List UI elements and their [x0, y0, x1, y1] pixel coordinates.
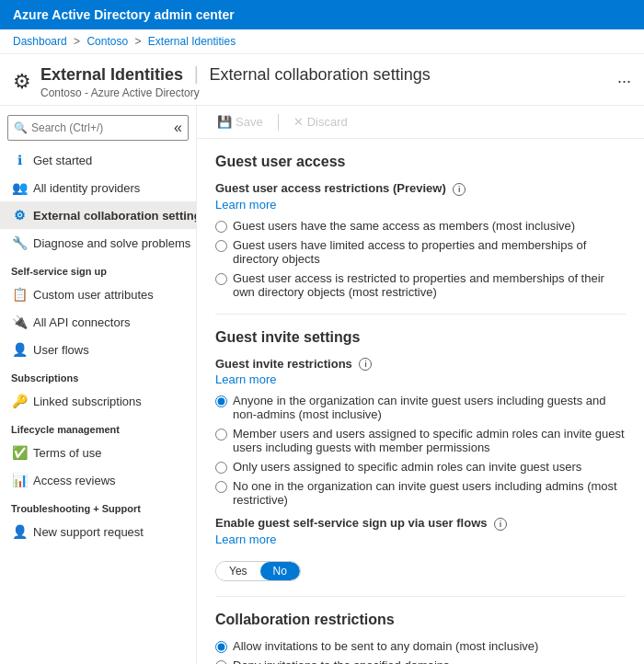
guest-invite-radio-2[interactable]: [215, 429, 227, 441]
breadcrumb-dashboard[interactable]: Dashboard: [13, 35, 67, 48]
page-header: ⚙ External Identities | External collabo…: [0, 54, 644, 106]
support-icon: 👤: [11, 524, 28, 539]
page-subtitle: External collaboration settings: [210, 65, 431, 84]
sidebar-item-external-collaboration-settings[interactable]: ⚙ External collaboration settings: [0, 201, 196, 229]
sidebar-item-new-support-request[interactable]: 👤 New support request: [0, 518, 196, 545]
guest-invite-info-icon[interactable]: i: [359, 358, 372, 371]
search-box[interactable]: 🔍 «: [7, 115, 189, 141]
guest-access-radio-3[interactable]: [215, 273, 227, 285]
sidebar-item-linked-subscriptions[interactable]: 🔑 Linked subscriptions: [0, 387, 196, 415]
top-bar: Azure Active Directory admin center: [0, 0, 644, 29]
guest-invite-option-3[interactable]: Only users assigned to specific admin ro…: [215, 460, 626, 474]
search-icon: 🔍: [14, 121, 28, 134]
collab-restrictions-options: Allow invitations to be sent to any doma…: [215, 639, 626, 664]
collab-restriction-radio-2[interactable]: [215, 660, 227, 664]
guest-invite-radio-1[interactable]: [215, 395, 227, 407]
section-label-lifecycle: Lifecycle management: [0, 415, 196, 439]
page-header-text: External Identities | External collabora…: [40, 63, 431, 99]
guest-invite-options: Anyone in the organization can invite gu…: [215, 394, 626, 507]
section-label-subscriptions: Subscriptions: [0, 363, 196, 387]
toolbar: 💾 Save ✕ Discard: [197, 106, 644, 139]
breadcrumb-external-identities[interactable]: External Identities: [148, 35, 236, 48]
sidebar-item-terms-of-use[interactable]: ✅ Terms of use: [0, 439, 196, 466]
toggle-yes[interactable]: Yes: [216, 562, 260, 580]
page-header-icon: ⚙: [13, 70, 31, 94]
sidebar: 🔍 « ℹ Get started 👥 All identity provide…: [0, 106, 197, 664]
self-service-info-icon[interactable]: i: [494, 518, 507, 531]
section-label-troubleshooting: Troubleshooting + Support: [0, 494, 196, 518]
sidebar-label-all-identity-providers: All identity providers: [33, 181, 140, 195]
collab-restriction-radio-1[interactable]: [215, 641, 227, 653]
guest-access-radio-1[interactable]: [215, 221, 227, 233]
guest-access-option-2[interactable]: Guest users have limited access to prope…: [215, 238, 626, 266]
sidebar-item-all-api-connectors[interactable]: 🔌 All API connectors: [0, 308, 196, 336]
sidebar-label-linked-subscriptions: Linked subscriptions: [33, 395, 142, 408]
guest-invite-option-2[interactable]: Member users and users assigned to speci…: [215, 427, 626, 454]
self-service-label: Enable guest self-service sign up via us…: [215, 516, 626, 531]
guest-invite-option-4[interactable]: No one in the organization can invite gu…: [215, 479, 626, 507]
search-input[interactable]: [31, 121, 170, 134]
content-area: Guest user access Guest user access rest…: [197, 139, 644, 664]
discard-label: Discard: [307, 115, 348, 129]
toolbar-divider: [278, 114, 279, 131]
guest-access-title: Guest user access: [215, 154, 626, 170]
save-icon: 💾: [217, 115, 232, 129]
guest-invite-radio-3[interactable]: [215, 462, 227, 474]
save-label: Save: [236, 115, 263, 129]
sidebar-label-custom-user-attributes: Custom user attributes: [33, 288, 154, 302]
collapse-button[interactable]: «: [174, 120, 182, 136]
guest-access-radio-2[interactable]: [215, 240, 227, 252]
more-options-button[interactable]: ···: [617, 72, 631, 91]
identity-providers-icon: 👥: [11, 180, 28, 195]
org-name: Contoso - Azure Active Directory: [40, 86, 431, 99]
collab-restriction-option-1[interactable]: Allow invitations to be sent to any doma…: [215, 639, 626, 653]
divider-1: [215, 314, 626, 315]
guest-invite-radio-4[interactable]: [215, 481, 227, 493]
self-service-signup-section: Enable guest self-service sign up via us…: [215, 516, 626, 581]
guest-invite-learn-more[interactable]: Learn more: [215, 372, 626, 386]
sidebar-item-user-flows[interactable]: 👤 User flows: [0, 336, 196, 363]
discard-button[interactable]: ✕ Discard: [288, 111, 353, 132]
guest-access-field-label: Guest user access restrictions (Preview)…: [215, 181, 626, 196]
sidebar-item-get-started[interactable]: ℹ Get started: [0, 146, 196, 174]
section-label-self-service: Self-service sign up: [0, 257, 196, 280]
sidebar-label-all-api-connectors: All API connectors: [33, 315, 131, 329]
terms-of-use-icon: ✅: [11, 445, 28, 460]
diagnose-icon: 🔧: [11, 235, 28, 250]
divider-2: [215, 596, 626, 597]
guest-access-option-3[interactable]: Guest user access is restricted to prope…: [215, 271, 626, 299]
breadcrumb: Dashboard > Contoso > External Identitie…: [0, 29, 644, 54]
toggle-switch[interactable]: Yes No: [215, 561, 301, 581]
collab-restriction-option-2[interactable]: Deny invitations to the specified domain…: [215, 658, 626, 664]
custom-attributes-icon: 📋: [11, 287, 28, 302]
sidebar-label-external-collaboration-settings: External collaboration settings: [33, 209, 197, 223]
guest-access-learn-more[interactable]: Learn more: [215, 198, 626, 212]
info-icon: ℹ: [11, 153, 28, 167]
user-flows-icon: 👤: [11, 342, 28, 357]
collab-restrictions-title: Collaboration restrictions: [215, 612, 626, 628]
top-bar-title: Azure Active Directory admin center: [13, 7, 235, 22]
access-reviews-icon: 📊: [11, 473, 28, 487]
guest-access-options: Guest users have the same access as memb…: [215, 219, 626, 299]
linked-subscriptions-icon: 🔑: [11, 394, 28, 408]
main-layout: 🔍 « ℹ Get started 👥 All identity provide…: [0, 106, 644, 664]
sidebar-item-all-identity-providers[interactable]: 👥 All identity providers: [0, 174, 196, 201]
toggle-no[interactable]: No: [260, 562, 300, 580]
sidebar-item-custom-user-attributes[interactable]: 📋 Custom user attributes: [0, 280, 196, 308]
guest-invite-field-label: Guest invite restrictions i: [215, 357, 626, 372]
sidebar-item-diagnose-and-solve[interactable]: 🔧 Diagnose and solve problems: [0, 229, 196, 257]
sidebar-label-user-flows: User flows: [33, 343, 89, 357]
self-service-learn-more[interactable]: Learn more: [215, 532, 626, 546]
guest-access-info-icon[interactable]: i: [453, 183, 466, 196]
save-button[interactable]: 💾 Save: [212, 111, 269, 132]
sidebar-item-access-reviews[interactable]: 📊 Access reviews: [0, 466, 196, 494]
sidebar-label-diagnose-and-solve: Diagnose and solve problems: [33, 236, 190, 250]
guest-invite-option-1[interactable]: Anyone in the organization can invite gu…: [215, 394, 626, 421]
breadcrumb-contoso[interactable]: Contoso: [86, 35, 128, 48]
guest-invite-title: Guest invite settings: [215, 329, 626, 346]
collab-settings-icon: ⚙: [11, 208, 28, 223]
sidebar-label-access-reviews: Access reviews: [33, 474, 116, 487]
guest-access-option-1[interactable]: Guest users have the same access as memb…: [215, 219, 626, 233]
api-connectors-icon: 🔌: [11, 315, 28, 329]
sidebar-label-terms-of-use: Terms of use: [33, 446, 101, 460]
